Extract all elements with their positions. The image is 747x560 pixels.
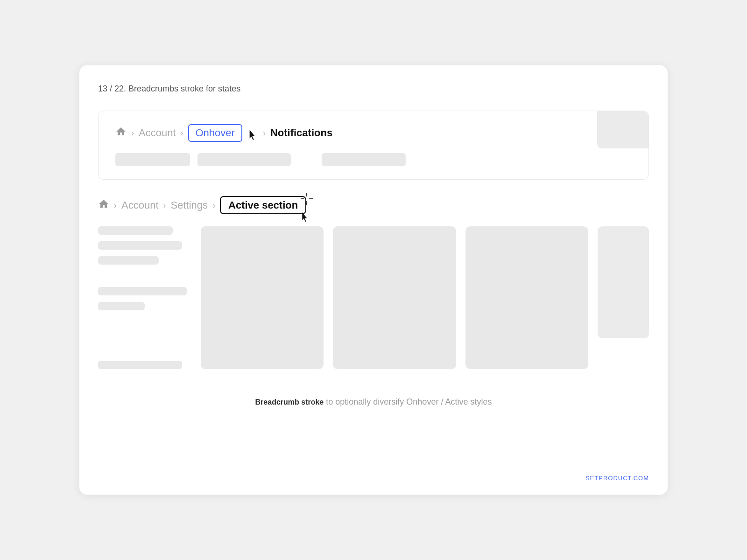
cursor-icon-bottom [301, 212, 310, 222]
right-edge-area [598, 226, 649, 369]
right-edge-card [598, 226, 649, 338]
skel-line-5 [98, 302, 145, 310]
top-right-skeleton [597, 111, 648, 148]
bottom-section: › Account › Settings › Active section [98, 198, 649, 369]
breadcrumb-settings[interactable]: Settings [171, 199, 208, 211]
page-title: 13 / 22. Breadcrumbs stroke for states [98, 84, 649, 94]
bottom-breadcrumb-row: › Account › Settings › Active section [98, 198, 649, 212]
separator-2: › [181, 128, 183, 138]
breadcrumb-account-top[interactable]: Account [139, 127, 176, 139]
skel-line-6 [98, 361, 182, 369]
footer-bold: Breadcrumb stroke [255, 398, 324, 406]
breadcrumb-onhover[interactable]: Onhover [188, 124, 242, 142]
content-card-2 [333, 226, 456, 369]
main-card: 13 / 22. Breadcrumbs stroke for states ›… [79, 65, 668, 495]
skel-line-3 [98, 256, 159, 265]
separator-b3: › [212, 201, 215, 210]
top-breadcrumb-row: › Account › Onhover › Notifications [115, 124, 632, 142]
skel-2 [197, 153, 291, 166]
skel-line-2 [98, 241, 182, 250]
footer-section: Breadcrumb stroke to optionally diversif… [98, 397, 649, 407]
footer-normal: to optionally diversify Onhover / Active… [324, 397, 492, 406]
left-sidebar-skeleton [98, 226, 191, 369]
content-card-1 [201, 226, 324, 369]
cursor-icon-top [248, 130, 258, 140]
skel-1 [115, 153, 190, 166]
breadcrumb-notifications[interactable]: Notifications [270, 127, 332, 139]
separator-b2: › [163, 201, 166, 210]
content-skeleton-area [98, 226, 649, 369]
skel-line-1 [98, 226, 173, 235]
content-card-3 [465, 226, 588, 369]
top-skeleton-row [115, 153, 632, 166]
home-icon[interactable] [115, 126, 127, 140]
breadcrumb-account-bottom[interactable]: Account [121, 199, 159, 211]
breadcrumb-active-section[interactable]: Active section [220, 196, 306, 214]
home-icon-bottom[interactable] [98, 198, 109, 212]
main-content-cards [201, 226, 588, 369]
footer-text: Breadcrumb stroke to optionally diversif… [255, 398, 492, 406]
click-indicator-icon [301, 193, 313, 205]
skel-3 [322, 153, 406, 166]
brand-label: SETPRODUCT.COM [585, 475, 649, 482]
separator-b1: › [114, 201, 117, 210]
separator-1: › [131, 128, 134, 138]
separator-3: › [263, 128, 266, 138]
skel-line-4 [98, 287, 187, 295]
